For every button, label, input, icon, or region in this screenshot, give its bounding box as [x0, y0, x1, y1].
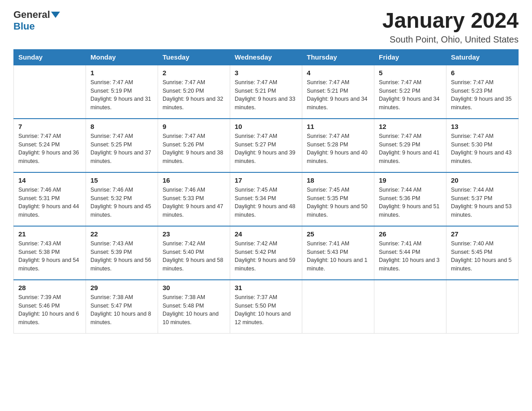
day-number: 2: [163, 69, 225, 77]
calendar-week-row: 28Sunrise: 7:39 AMSunset: 5:46 PMDayligh…: [14, 280, 519, 334]
day-number: 17: [235, 176, 297, 184]
day-number: 19: [379, 176, 442, 184]
day-number: 3: [235, 69, 297, 77]
calendar-empty-cell: [374, 280, 446, 334]
day-number: 31: [235, 284, 297, 291]
day-info: Sunrise: 7:45 AMSunset: 5:35 PMDaylight:…: [307, 186, 369, 219]
calendar-day-25: 25Sunrise: 7:41 AMSunset: 5:43 PMDayligh…: [302, 226, 374, 280]
calendar-day-9: 9Sunrise: 7:47 AMSunset: 5:26 PMDaylight…: [158, 119, 230, 172]
day-info: Sunrise: 7:47 AMSunset: 5:27 PMDaylight:…: [235, 132, 297, 166]
day-info: Sunrise: 7:45 AMSunset: 5:34 PMDaylight:…: [235, 186, 297, 219]
weekday-header-wednesday: Wednesday: [230, 49, 302, 65]
day-number: 20: [451, 176, 514, 184]
calendar-day-12: 12Sunrise: 7:47 AMSunset: 5:29 PMDayligh…: [374, 119, 446, 172]
calendar-header-row: SundayMondayTuesdayWednesdayThursdayFrid…: [14, 49, 519, 65]
calendar-day-21: 21Sunrise: 7:43 AMSunset: 5:38 PMDayligh…: [14, 226, 86, 280]
day-number: 7: [18, 123, 81, 130]
calendar-day-19: 19Sunrise: 7:44 AMSunset: 5:36 PMDayligh…: [374, 172, 446, 226]
day-info: Sunrise: 7:46 AMSunset: 5:33 PMDaylight:…: [163, 186, 225, 219]
day-info: Sunrise: 7:47 AMSunset: 5:30 PMDaylight:…: [451, 132, 514, 166]
title-block: January 2024 South Point, Ohio, United S…: [382, 9, 519, 45]
day-info: Sunrise: 7:47 AMSunset: 5:19 PMDaylight:…: [90, 78, 153, 112]
logo-general-text: General: [13, 9, 50, 21]
day-info: Sunrise: 7:47 AMSunset: 5:24 PMDaylight:…: [18, 132, 81, 166]
calendar-day-7: 7Sunrise: 7:47 AMSunset: 5:24 PMDaylight…: [14, 119, 86, 172]
calendar-day-26: 26Sunrise: 7:41 AMSunset: 5:44 PMDayligh…: [374, 226, 446, 280]
day-number: 10: [235, 123, 297, 130]
weekday-header-tuesday: Tuesday: [158, 49, 230, 65]
day-info: Sunrise: 7:47 AMSunset: 5:22 PMDaylight:…: [379, 78, 442, 112]
weekday-header-saturday: Saturday: [446, 49, 519, 65]
day-number: 18: [307, 176, 369, 184]
page-subtitle: South Point, Ohio, United States: [382, 34, 519, 45]
calendar-day-28: 28Sunrise: 7:39 AMSunset: 5:46 PMDayligh…: [14, 280, 86, 334]
calendar-week-row: 14Sunrise: 7:46 AMSunset: 5:31 PMDayligh…: [14, 172, 519, 226]
day-info: Sunrise: 7:37 AMSunset: 5:50 PMDaylight:…: [235, 293, 297, 327]
calendar-week-row: 7Sunrise: 7:47 AMSunset: 5:24 PMDaylight…: [14, 119, 519, 172]
logo-blue-text: Blue: [13, 21, 35, 32]
day-info: Sunrise: 7:47 AMSunset: 5:21 PMDaylight:…: [235, 78, 297, 112]
calendar-day-17: 17Sunrise: 7:45 AMSunset: 5:34 PMDayligh…: [230, 172, 302, 226]
calendar-day-5: 5Sunrise: 7:47 AMSunset: 5:22 PMDaylight…: [374, 65, 446, 119]
calendar-day-29: 29Sunrise: 7:38 AMSunset: 5:47 PMDayligh…: [86, 280, 158, 334]
day-info: Sunrise: 7:44 AMSunset: 5:37 PMDaylight:…: [451, 186, 514, 219]
day-info: Sunrise: 7:42 AMSunset: 5:42 PMDaylight:…: [235, 240, 297, 273]
calendar-day-13: 13Sunrise: 7:47 AMSunset: 5:30 PMDayligh…: [446, 119, 519, 172]
calendar-day-6: 6Sunrise: 7:47 AMSunset: 5:23 PMDaylight…: [446, 65, 519, 119]
day-number: 30: [163, 284, 225, 291]
day-info: Sunrise: 7:44 AMSunset: 5:36 PMDaylight:…: [379, 186, 442, 219]
weekday-header-monday: Monday: [86, 49, 158, 65]
day-number: 25: [307, 230, 369, 238]
day-info: Sunrise: 7:47 AMSunset: 5:29 PMDaylight:…: [379, 132, 442, 166]
calendar-day-20: 20Sunrise: 7:44 AMSunset: 5:37 PMDayligh…: [446, 172, 519, 226]
day-number: 4: [307, 69, 369, 77]
day-number: 14: [18, 176, 81, 184]
day-number: 11: [307, 123, 369, 130]
day-info: Sunrise: 7:41 AMSunset: 5:43 PMDaylight:…: [307, 240, 369, 273]
calendar-day-3: 3Sunrise: 7:47 AMSunset: 5:21 PMDaylight…: [230, 65, 302, 119]
calendar-table: SundayMondayTuesdayWednesdayThursdayFrid…: [13, 49, 519, 334]
day-number: 29: [90, 284, 153, 291]
day-number: 27: [451, 230, 514, 238]
calendar-day-27: 27Sunrise: 7:40 AMSunset: 5:45 PMDayligh…: [446, 226, 519, 280]
day-number: 15: [90, 176, 153, 184]
day-info: Sunrise: 7:43 AMSunset: 5:38 PMDaylight:…: [18, 240, 81, 273]
day-number: 16: [163, 176, 225, 184]
day-info: Sunrise: 7:46 AMSunset: 5:31 PMDaylight:…: [18, 186, 81, 219]
day-number: 1: [90, 69, 153, 77]
calendar-day-15: 15Sunrise: 7:46 AMSunset: 5:32 PMDayligh…: [86, 172, 158, 226]
calendar-day-1: 1Sunrise: 7:47 AMSunset: 5:19 PMDaylight…: [86, 65, 158, 119]
calendar-empty-cell: [446, 280, 519, 334]
calendar-day-24: 24Sunrise: 7:42 AMSunset: 5:42 PMDayligh…: [230, 226, 302, 280]
page-title: January 2024: [382, 9, 519, 33]
calendar-day-31: 31Sunrise: 7:37 AMSunset: 5:50 PMDayligh…: [230, 280, 302, 334]
page-header: General Blue January 2024 South Point, O…: [13, 9, 519, 45]
day-info: Sunrise: 7:47 AMSunset: 5:28 PMDaylight:…: [307, 132, 369, 166]
calendar-day-16: 16Sunrise: 7:46 AMSunset: 5:33 PMDayligh…: [158, 172, 230, 226]
calendar-week-row: 1Sunrise: 7:47 AMSunset: 5:19 PMDaylight…: [14, 65, 519, 119]
day-info: Sunrise: 7:47 AMSunset: 5:25 PMDaylight:…: [90, 132, 153, 166]
day-info: Sunrise: 7:46 AMSunset: 5:32 PMDaylight:…: [90, 186, 153, 219]
calendar-day-14: 14Sunrise: 7:46 AMSunset: 5:31 PMDayligh…: [14, 172, 86, 226]
logo-arrow-icon: [51, 12, 60, 18]
day-info: Sunrise: 7:47 AMSunset: 5:26 PMDaylight:…: [163, 132, 225, 166]
day-number: 23: [163, 230, 225, 238]
day-info: Sunrise: 7:43 AMSunset: 5:39 PMDaylight:…: [90, 240, 153, 273]
day-number: 12: [379, 123, 442, 130]
day-info: Sunrise: 7:47 AMSunset: 5:21 PMDaylight:…: [307, 78, 369, 112]
day-number: 9: [163, 123, 225, 130]
weekday-header-sunday: Sunday: [14, 49, 86, 65]
day-number: 28: [18, 284, 81, 291]
day-number: 6: [451, 69, 514, 77]
day-info: Sunrise: 7:42 AMSunset: 5:40 PMDaylight:…: [163, 240, 225, 273]
calendar-day-22: 22Sunrise: 7:43 AMSunset: 5:39 PMDayligh…: [86, 226, 158, 280]
calendar-day-23: 23Sunrise: 7:42 AMSunset: 5:40 PMDayligh…: [158, 226, 230, 280]
day-info: Sunrise: 7:47 AMSunset: 5:20 PMDaylight:…: [163, 78, 225, 112]
calendar-day-10: 10Sunrise: 7:47 AMSunset: 5:27 PMDayligh…: [230, 119, 302, 172]
day-number: 24: [235, 230, 297, 238]
day-info: Sunrise: 7:38 AMSunset: 5:47 PMDaylight:…: [90, 293, 153, 327]
weekday-header-friday: Friday: [374, 49, 446, 65]
calendar-day-30: 30Sunrise: 7:38 AMSunset: 5:48 PMDayligh…: [158, 280, 230, 334]
calendar-day-18: 18Sunrise: 7:45 AMSunset: 5:35 PMDayligh…: [302, 172, 374, 226]
day-info: Sunrise: 7:47 AMSunset: 5:23 PMDaylight:…: [451, 78, 514, 112]
